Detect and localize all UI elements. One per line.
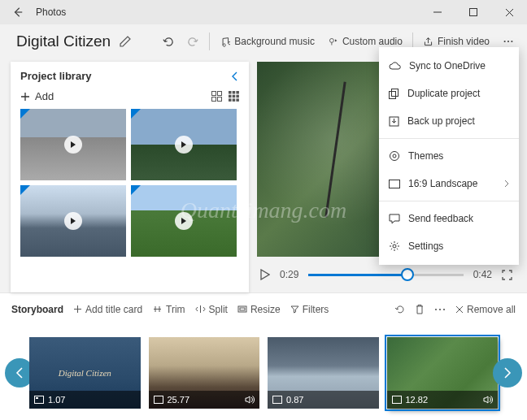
menu-sync-onedrive[interactable]: Sync to OneDrive bbox=[379, 52, 519, 80]
speaker-icon bbox=[245, 396, 255, 404]
storyboard-title: Storyboard bbox=[11, 304, 63, 315]
undo-button[interactable] bbox=[155, 28, 181, 54]
svg-point-21 bbox=[439, 308, 441, 310]
music-icon bbox=[220, 37, 230, 47]
library-thumb[interactable] bbox=[131, 109, 237, 180]
svg-point-1 bbox=[329, 38, 333, 42]
menu-backup[interactable]: Back up project bbox=[379, 107, 519, 135]
trim-button[interactable]: Trim bbox=[152, 304, 185, 315]
backup-icon bbox=[389, 116, 399, 127]
play-icon bbox=[64, 212, 82, 230]
svg-rect-29 bbox=[392, 89, 399, 96]
svg-rect-33 bbox=[390, 180, 400, 188]
more-menu: Sync to OneDrive Duplicate project Back … bbox=[379, 47, 519, 265]
menu-feedback[interactable]: Send feedback bbox=[379, 205, 519, 232]
back-button[interactable] bbox=[0, 0, 36, 24]
collapse-library-icon[interactable] bbox=[231, 71, 239, 81]
fullscreen-button[interactable] bbox=[502, 270, 512, 280]
filters-button[interactable]: Filters bbox=[290, 304, 329, 315]
svg-rect-28 bbox=[390, 91, 396, 98]
storyboard-clip[interactable]: 25.77 bbox=[149, 337, 260, 409]
audio-icon bbox=[328, 37, 338, 47]
background-music-button[interactable]: Background music bbox=[213, 28, 321, 54]
svg-rect-12 bbox=[229, 95, 232, 98]
grid-small-icon[interactable] bbox=[229, 91, 239, 102]
svg-point-4 bbox=[511, 41, 512, 42]
svg-rect-13 bbox=[233, 95, 236, 98]
rotate-button[interactable] bbox=[394, 304, 405, 314]
minimize-button[interactable] bbox=[420, 0, 455, 24]
svg-rect-23 bbox=[35, 396, 44, 403]
svg-rect-19 bbox=[240, 308, 245, 310]
add-title-card-button[interactable]: Add title card bbox=[73, 304, 142, 315]
storyboard-clip[interactable]: 12.82 bbox=[387, 337, 499, 409]
delete-button[interactable] bbox=[415, 304, 425, 314]
play-icon bbox=[64, 136, 82, 154]
project-library-panel: Project library Add bbox=[11, 62, 249, 292]
svg-rect-8 bbox=[218, 97, 222, 102]
svg-point-34 bbox=[393, 245, 396, 248]
close-button[interactable] bbox=[491, 0, 527, 24]
feedback-icon bbox=[389, 214, 400, 224]
grid-large-icon[interactable] bbox=[211, 91, 222, 102]
current-time: 0:29 bbox=[280, 269, 298, 280]
svg-point-32 bbox=[393, 154, 396, 158]
svg-rect-9 bbox=[229, 91, 232, 94]
svg-rect-27 bbox=[392, 396, 401, 403]
svg-point-31 bbox=[390, 152, 399, 161]
total-time: 0:42 bbox=[473, 269, 492, 280]
share-icon bbox=[423, 37, 433, 47]
svg-rect-7 bbox=[212, 97, 216, 102]
svg-rect-16 bbox=[233, 98, 236, 102]
svg-rect-14 bbox=[236, 95, 239, 98]
aspect-icon bbox=[389, 180, 400, 188]
svg-point-20 bbox=[435, 308, 437, 310]
menu-aspect[interactable]: 16:9 Landscape bbox=[379, 170, 519, 197]
svg-rect-5 bbox=[212, 92, 216, 96]
storyboard-clip[interactable]: Digital Citizen 1.07 bbox=[29, 337, 141, 409]
edit-title-icon[interactable] bbox=[119, 35, 132, 48]
resize-button[interactable]: Resize bbox=[237, 304, 281, 315]
redo-button[interactable] bbox=[181, 28, 206, 54]
svg-rect-10 bbox=[233, 91, 236, 94]
storyboard-clip[interactable]: 0.87 bbox=[268, 337, 379, 409]
themes-icon bbox=[389, 150, 400, 162]
svg-rect-6 bbox=[218, 92, 222, 96]
remove-all-button[interactable]: Remove all bbox=[455, 304, 516, 315]
clip-icon bbox=[392, 396, 402, 404]
clip-icon bbox=[154, 396, 163, 404]
play-button[interactable] bbox=[260, 269, 270, 280]
menu-duplicate[interactable]: Duplicate project bbox=[379, 80, 519, 107]
title-card-icon bbox=[34, 396, 44, 404]
menu-themes[interactable]: Themes bbox=[379, 142, 519, 170]
svg-rect-17 bbox=[236, 98, 239, 102]
project-title: Digital Citizen bbox=[16, 32, 111, 50]
menu-settings[interactable]: Settings bbox=[379, 232, 519, 260]
svg-rect-24 bbox=[36, 397, 38, 399]
play-icon bbox=[175, 212, 193, 230]
svg-rect-0 bbox=[470, 9, 477, 16]
svg-rect-25 bbox=[154, 396, 163, 403]
more-clip-button[interactable] bbox=[434, 308, 446, 311]
duplicate-icon bbox=[389, 89, 399, 99]
gear-icon bbox=[389, 240, 400, 252]
window-title: Photos bbox=[36, 6, 420, 18]
add-media-button[interactable]: Add bbox=[20, 90, 54, 102]
speaker-icon bbox=[483, 396, 493, 404]
svg-point-2 bbox=[504, 41, 506, 42]
maximize-button[interactable] bbox=[455, 0, 491, 24]
seek-slider[interactable] bbox=[308, 274, 463, 276]
library-title: Project library bbox=[20, 70, 91, 82]
play-icon bbox=[175, 136, 193, 154]
scroll-right-button[interactable] bbox=[493, 358, 522, 388]
svg-rect-15 bbox=[229, 98, 232, 102]
svg-rect-26 bbox=[273, 396, 282, 403]
library-thumb[interactable] bbox=[131, 185, 237, 257]
svg-point-3 bbox=[507, 41, 509, 42]
library-thumb[interactable] bbox=[20, 185, 126, 257]
library-thumb[interactable] bbox=[20, 109, 126, 180]
cloud-icon bbox=[389, 61, 401, 71]
split-button[interactable]: Split bbox=[195, 304, 228, 315]
chevron-right-icon bbox=[504, 180, 509, 188]
clip-icon bbox=[272, 396, 282, 404]
